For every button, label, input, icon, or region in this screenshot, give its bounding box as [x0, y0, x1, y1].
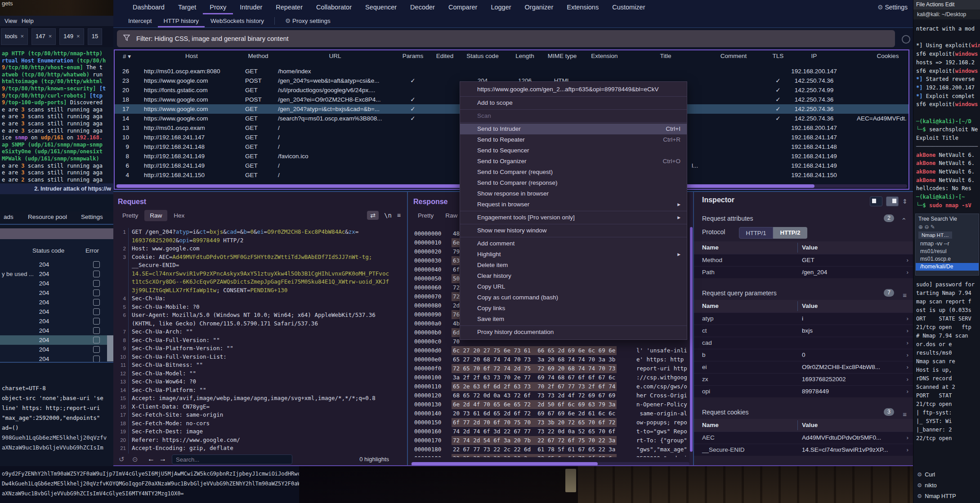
dock-right-icon[interactable] [886, 196, 899, 206]
chevron-right-icon[interactable]: › [907, 374, 909, 385]
inspector-row[interactable]: b0› [694, 349, 913, 361]
file-item[interactable]: ms01.oscp.e [916, 255, 979, 263]
column-header-tls[interactable]: TLS [767, 53, 789, 59]
column-header-method[interactable]: Method [236, 53, 281, 59]
chevron-right-icon[interactable]: › [907, 386, 909, 397]
table-row[interactable]: 204y be used ... [0, 269, 113, 279]
menu-item-comparer[interactable]: Comparer [442, 0, 484, 14]
context-menu-item[interactable]: Clear history [460, 271, 687, 281]
chevron-right-icon[interactable]: › [907, 349, 909, 361]
column-header-length[interactable]: Length [507, 53, 543, 59]
terminal-tab[interactable]: 15 [88, 28, 102, 45]
filter-help-icon[interactable] [902, 35, 910, 44]
tool-item[interactable]: ⚙Curl [917, 469, 980, 480]
editor-menu-icon[interactable]: ≡ [397, 212, 401, 219]
table-row[interactable]: 204 [0, 307, 113, 316]
subtab-proxy-settings[interactable]: ⚙ Proxy settings [279, 14, 336, 27]
column-header-ip[interactable]: IP [787, 53, 841, 59]
error-checkbox[interactable] [93, 308, 100, 315]
response-horizontal-scrollbar[interactable] [411, 462, 689, 466]
context-menu-item[interactable]: Copy links [460, 303, 687, 314]
inspector-row[interactable]: __Secure-ENID14.SE=cl74nxrSwviR1vP9zXP..… [694, 444, 913, 456]
show-newlines-icon[interactable]: \n [384, 212, 392, 219]
section-header[interactable]: Request attributes2⌃ [694, 212, 913, 225]
context-menu-url-header[interactable]: https://www.google.com/gen_2...aftp=635&… [460, 84, 687, 95]
panel-tabs[interactable]: Tree Search Vie [916, 214, 979, 224]
table-row[interactable]: 204 [0, 326, 113, 335]
menu-item-decoder[interactable]: Decoder [403, 0, 442, 14]
inspector-row[interactable]: ctbxjs› [694, 325, 913, 337]
error-checkbox[interactable] [93, 280, 100, 287]
context-menu-item[interactable]: Send to Comparer (response) [460, 178, 687, 188]
chevron-right-icon[interactable]: › [907, 337, 909, 349]
request-raw-content[interactable]: 1GET /gen_204?atyp=i&ct=bxjs&cad=&b=0&ei… [113, 228, 407, 454]
menu-item-organizer[interactable]: Organizer [518, 0, 560, 14]
file-item[interactable]: ms01/resul [916, 248, 979, 255]
column-header-params[interactable]: Params [399, 53, 426, 59]
menu-item-proxy[interactable]: Proxy [203, 0, 233, 14]
inspector-row[interactable]: eiO9r0ZM2CH8-Exc8P4bW8...› [694, 361, 913, 373]
table-row[interactable]: 204 [0, 335, 113, 345]
subtab-http-history[interactable]: HTTP history [158, 14, 205, 27]
error-checkbox[interactable] [93, 299, 100, 306]
menu-item-intruder[interactable]: Intruder [233, 0, 269, 14]
error-checkbox[interactable] [93, 318, 100, 325]
error-checkbox[interactable] [93, 261, 100, 268]
context-menu-item[interactable]: Save item [460, 314, 687, 325]
tool-item[interactable]: ⚙Nmap HTTP [917, 491, 980, 502]
terminal-tab[interactable]: kali@kali: ~/Desktop [913, 9, 980, 19]
expand-collapse-icon[interactable]: ⇕ [902, 198, 908, 205]
intruder-tab[interactable]: ads [4, 214, 13, 220]
context-menu-item[interactable]: Copy as curl command (bash) [460, 292, 687, 303]
request-tab-raw[interactable]: Raw [144, 210, 167, 221]
search-target-icon[interactable]: ⊙ [132, 455, 138, 463]
inspector-row[interactable]: cad› [694, 337, 913, 349]
search-input[interactable] [172, 454, 292, 464]
section-header[interactable]: Request query parameters7≡ [694, 286, 913, 300]
tab-close-icon[interactable]: × [76, 33, 80, 40]
search-history-icon[interactable]: ↺ [119, 455, 125, 463]
terminal-tab[interactable]: 147× [31, 28, 56, 45]
panel-icons[interactable]: ⊕ ⊖ ✎ [916, 224, 979, 230]
subtab-websockets-history[interactable]: WebSockets history [205, 14, 270, 27]
search-next-icon[interactable]: → [159, 455, 166, 463]
inspector-row[interactable]: atypi› [694, 312, 913, 325]
request-tab-hex[interactable]: Hex [168, 210, 190, 221]
error-checkbox[interactable] [93, 289, 100, 296]
settings-button[interactable]: ⚙ Settings [877, 0, 913, 14]
chevron-right-icon[interactable]: › [907, 432, 909, 444]
table-row[interactable]: 204 [0, 354, 113, 363]
column-header-url[interactable]: URL [278, 53, 392, 59]
context-menu-item[interactable]: Show response in browser [460, 188, 687, 199]
file-item[interactable]: nmap -vv --r [916, 240, 979, 248]
terminal-menu-item[interactable]: View [4, 18, 17, 24]
section-header[interactable]: Request cookies3≡ [694, 405, 913, 419]
inspector-row[interactable]: AECAd49MVFdtuDPdvOtr5MF0...› [694, 432, 913, 444]
column-header-title[interactable]: Title [632, 53, 699, 59]
table-row[interactable]: 204 [0, 288, 113, 298]
terminal-titlebar[interactable]: File Actions Edit [913, 0, 980, 9]
menu-item-customizer[interactable]: Customizer [605, 0, 652, 14]
context-menu-item[interactable]: Send to Comparer (request) [460, 167, 687, 178]
column-header-mime-type[interactable]: MIME type [542, 53, 582, 59]
search-prev-icon[interactable]: ← [148, 455, 155, 463]
intruder-tab[interactable]: Resource pool [28, 214, 67, 220]
table-row[interactable]: 26http://ms01.oscp.exam:8080GET/home/ind… [115, 67, 908, 76]
context-menu-item[interactable]: Show new history window [460, 225, 687, 236]
filter-bar[interactable]: Filter: Hiding CSS, image and general bi… [117, 30, 895, 47]
subtab-intercept[interactable]: Intercept [122, 14, 158, 27]
response-vertical-scrollbar[interactable] [689, 192, 693, 466]
protocol-toggle-http-1[interactable]: HTTP/1 [739, 227, 773, 239]
chevron-right-icon[interactable]: › [907, 254, 909, 266]
error-checkbox[interactable] [93, 337, 100, 343]
error-checkbox[interactable] [93, 327, 100, 334]
protocol-toggle-http-2[interactable]: HTTP/2 [773, 227, 807, 239]
chevron-right-icon[interactable]: › [907, 313, 909, 325]
table-row[interactable]: 204 [0, 345, 113, 354]
menu-item-sequencer[interactable]: Sequencer [358, 0, 403, 14]
column-header--[interactable]: # ▾ [116, 53, 131, 60]
column-header-status-code[interactable]: Status code [460, 53, 505, 59]
terminal-tab[interactable]: tools× [1, 28, 28, 45]
response-tab-pretty[interactable]: Pretty [412, 210, 439, 221]
menu-item-dashboard[interactable]: Dashboard [126, 0, 171, 14]
